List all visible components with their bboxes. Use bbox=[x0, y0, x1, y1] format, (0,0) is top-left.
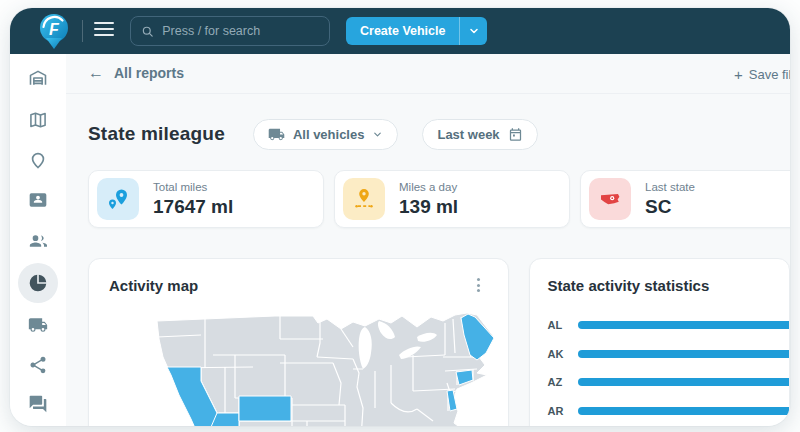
create-vehicle-label[interactable]: Create Vehicle bbox=[346, 17, 459, 45]
stat-card-last-state: Last state SC bbox=[580, 170, 790, 228]
chevron-down-icon bbox=[468, 25, 480, 37]
warehouse-icon bbox=[28, 68, 48, 88]
share-icon bbox=[28, 355, 48, 375]
sidebar-item-chat[interactable] bbox=[28, 394, 48, 414]
sidebar-item-map[interactable] bbox=[28, 110, 48, 130]
create-vehicle-dropdown[interactable] bbox=[459, 17, 487, 45]
bar-row: AZ bbox=[548, 376, 789, 388]
bar-track bbox=[578, 350, 789, 358]
activity-map-title: Activity map bbox=[109, 277, 198, 294]
app-window: F Create Vehicle bbox=[10, 8, 790, 426]
app-logo-icon[interactable]: F bbox=[36, 12, 72, 52]
stats-row: Total miles 17647 ml Miles a day 139 ml bbox=[88, 170, 790, 228]
stat-label: Miles a day bbox=[399, 181, 458, 193]
sidebar-item-reports[interactable] bbox=[28, 273, 48, 293]
state-bars: ALAKAZARTX bbox=[548, 319, 789, 426]
distance-pin-icon bbox=[352, 187, 376, 211]
bar-row: AR bbox=[548, 405, 789, 417]
title-row: State mileague All vehicles Last week bbox=[88, 118, 790, 150]
vehicles-filter-dropdown[interactable]: All vehicles bbox=[253, 119, 399, 150]
bar bbox=[578, 321, 789, 329]
contacts-icon bbox=[28, 190, 48, 210]
us-activity-map bbox=[155, 313, 500, 426]
sidebar-item-contacts[interactable] bbox=[28, 190, 48, 210]
truck-icon bbox=[28, 315, 48, 335]
sidebar bbox=[10, 54, 66, 426]
bar-row: AK bbox=[548, 348, 789, 360]
page-title: State mileague bbox=[88, 123, 225, 145]
period-filter-label: Last week bbox=[437, 127, 499, 142]
bar-track bbox=[578, 321, 789, 329]
bar bbox=[578, 378, 789, 386]
charts-row: Activity map bbox=[88, 258, 790, 426]
back-arrow-icon[interactable]: ← bbox=[88, 64, 104, 82]
activity-map-card: Activity map bbox=[88, 258, 509, 426]
save-filter-button[interactable]: + Save filter bbox=[734, 66, 790, 83]
report-header-row: ← All reports + Save filter bbox=[66, 54, 790, 94]
bar-track bbox=[578, 378, 789, 386]
stat-label: Total miles bbox=[153, 181, 233, 193]
sidebar-item-location[interactable] bbox=[28, 150, 48, 170]
map-pins-icon bbox=[106, 187, 130, 211]
stat-card-miles-a-day: Miles a day 139 ml bbox=[334, 170, 570, 228]
people-icon bbox=[28, 231, 48, 251]
bar-row: AL bbox=[548, 319, 789, 331]
map-icon bbox=[28, 110, 48, 130]
stat-tile bbox=[589, 178, 631, 220]
sidebar-item-people[interactable] bbox=[28, 231, 48, 251]
bar bbox=[578, 407, 789, 415]
state-statistics-title: State activity statistics bbox=[548, 277, 710, 294]
stat-value: SC bbox=[645, 196, 695, 218]
us-map-icon bbox=[598, 187, 622, 211]
topbar: F Create Vehicle bbox=[10, 8, 790, 54]
bar-category-label: AK bbox=[548, 348, 578, 360]
create-vehicle-button[interactable]: Create Vehicle bbox=[346, 17, 487, 45]
plus-icon: + bbox=[734, 66, 743, 83]
calendar-icon bbox=[508, 127, 523, 142]
sidebar-item-warehouse[interactable] bbox=[28, 68, 48, 88]
stat-value: 17647 ml bbox=[153, 196, 233, 218]
bar-track bbox=[578, 407, 789, 415]
state-statistics-card: State activity statistics ALAKAZARTX bbox=[529, 258, 790, 426]
back-label[interactable]: All reports bbox=[114, 65, 184, 81]
topbar-divider bbox=[82, 20, 83, 42]
svg-text:F: F bbox=[49, 21, 60, 38]
bar bbox=[578, 350, 789, 358]
stat-label: Last state bbox=[645, 181, 695, 193]
stat-value: 139 ml bbox=[399, 196, 458, 218]
location-pin-icon bbox=[28, 150, 48, 170]
hamburger-menu-icon[interactable] bbox=[94, 22, 114, 40]
pie-chart-icon bbox=[28, 273, 48, 293]
back-to-all-reports[interactable]: ← All reports bbox=[88, 64, 184, 82]
stat-card-total-miles: Total miles 17647 ml bbox=[88, 170, 324, 228]
stat-tile bbox=[97, 178, 139, 220]
chevron-down-icon bbox=[372, 129, 383, 140]
truck-icon bbox=[268, 126, 285, 143]
sidebar-item-share[interactable] bbox=[28, 355, 48, 375]
search-input[interactable] bbox=[162, 24, 319, 38]
kebab-menu-icon[interactable] bbox=[470, 275, 488, 295]
period-filter-datepicker[interactable]: Last week bbox=[422, 119, 537, 150]
bar-category-label: AR bbox=[548, 405, 578, 417]
save-filter-label: Save filter bbox=[749, 67, 790, 82]
bar-category-label: AZ bbox=[548, 376, 578, 388]
bar-category-label: AL bbox=[548, 319, 578, 331]
search-box[interactable] bbox=[130, 16, 330, 46]
search-icon bbox=[141, 24, 154, 39]
chat-icon bbox=[28, 394, 48, 414]
stat-tile bbox=[343, 178, 385, 220]
vehicles-filter-label: All vehicles bbox=[293, 127, 365, 142]
sidebar-item-vehicles[interactable] bbox=[28, 315, 48, 335]
content-area: ← All reports + Save filter State mileag… bbox=[66, 54, 790, 426]
